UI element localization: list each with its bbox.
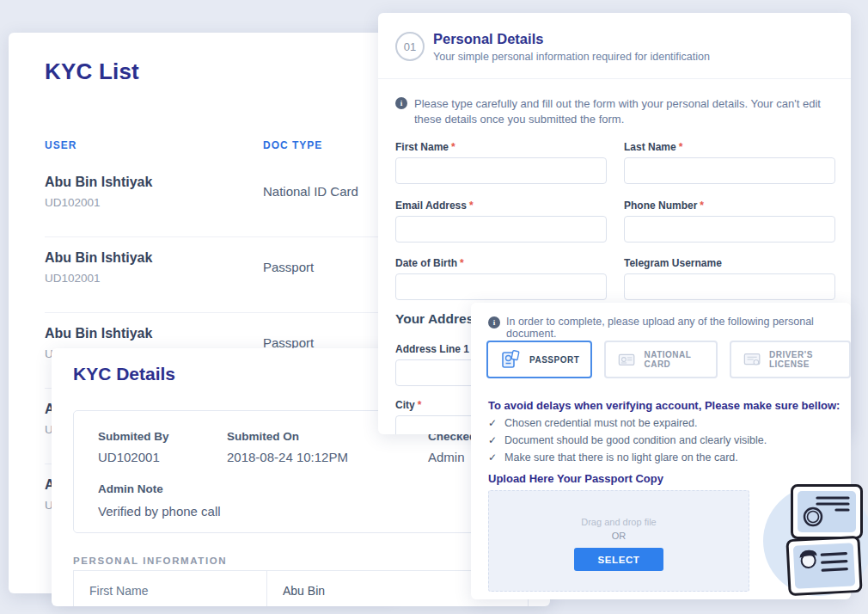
user-name: Abu Bin Ishtiyak — [45, 175, 152, 190]
doc-option-label: PASSPORT — [529, 355, 579, 365]
doc-type: National ID Card — [263, 184, 358, 199]
card-face — [793, 543, 856, 589]
doc-option-label: NATIONAL CARD — [644, 350, 704, 369]
id-card-graphic-bottom — [785, 536, 862, 596]
kyc-details-title: KYC Details — [73, 364, 175, 384]
field-label-address-line-1: Address Line 1* — [395, 343, 476, 355]
select-file-button[interactable]: SELECT — [574, 548, 663, 571]
field-label-dob: Date of Birth* — [395, 257, 464, 269]
national-card-icon — [617, 348, 636, 371]
date-of-birth-field[interactable] — [395, 273, 607, 300]
personal-information-heading: PERSONAL INFORMATION — [73, 556, 227, 566]
checklist-text: Make sure that there is no light glare o… — [504, 451, 738, 464]
drivers-license-icon — [743, 348, 761, 371]
summary-value: 2018-08-24 10:12PM — [227, 450, 348, 464]
check-icon: ✓ — [488, 434, 497, 446]
personal-information-table: First Name Abu Bin — [73, 570, 529, 606]
doc-option-drivers-license[interactable]: DRIVER'S LICENSE — [730, 341, 851, 378]
table-row: First Name Abu Bin — [74, 571, 528, 606]
column-header-doc-type: DOC TYPE — [263, 139, 322, 151]
doc-type: Passport — [263, 260, 314, 274]
file-dropzone[interactable]: Drag and drop file OR SELECT — [488, 490, 749, 592]
info-icon: i — [395, 97, 407, 109]
user-id: UD102001 — [45, 196, 101, 209]
kyc-admin-page: KYC List USER DOC TYPE Abu Bin Ishtiyak … — [0, 0, 868, 614]
upload-here-heading: Upload Here Your Passport Copy — [488, 472, 663, 485]
dropzone-hint: Drag and drop file — [489, 517, 749, 527]
phone-number-field[interactable] — [624, 216, 835, 243]
admin-note-value: Verified by phone call — [98, 504, 221, 519]
summary-label: Submited By — [98, 430, 169, 443]
note-text: Please type carefully and fill out the f… — [414, 96, 835, 127]
summary-submitted-by: Submited By UD102001 — [98, 430, 169, 464]
required-asterisk: * — [460, 257, 464, 269]
note-text: In order to complete, please upload any … — [506, 316, 836, 340]
card-face-icon — [793, 543, 856, 589]
info-label-cell: First Name — [74, 571, 267, 606]
address-section-heading: Your Address — [395, 311, 481, 327]
check-icon: ✓ — [488, 417, 497, 429]
header-divider — [378, 78, 851, 79]
required-asterisk: * — [469, 200, 474, 212]
kyc-list-title: KYC List — [45, 58, 139, 85]
checklist-item: ✓ Document should be good condition and … — [488, 434, 767, 446]
required-asterisk: * — [700, 200, 704, 212]
summary-label: Submited On — [227, 430, 348, 443]
id-card-graphic-top — [791, 484, 863, 539]
user-id: UD102001 — [45, 272, 101, 285]
summary-submitted-on: Submited On 2018-08-24 10:12PM — [227, 430, 348, 464]
dropzone-or: OR — [489, 531, 749, 541]
required-asterisk: * — [679, 141, 683, 153]
checklist-item: ✓ Make sure that there is no light glare… — [488, 451, 738, 464]
upload-instruction-note: i In order to complete, please upload an… — [488, 316, 836, 340]
field-label-telegram: Telegram Username — [624, 257, 722, 269]
required-asterisk: * — [451, 141, 455, 153]
step-number-badge: 01 — [395, 32, 425, 61]
document-type-options: PASSPORT NATIONAL CARD — [486, 341, 851, 378]
field-label-last-name: Last Name* — [624, 141, 682, 153]
field-label-first-name: First Name* — [395, 141, 455, 153]
user-name: Abu Bin Ishtiyak — [45, 326, 152, 341]
last-name-field[interactable] — [624, 157, 835, 184]
passport-icon — [499, 348, 522, 371]
field-label-phone: Phone Number* — [624, 200, 704, 212]
required-asterisk: * — [418, 399, 422, 411]
user-name: Abu Bin Ishtiyak — [45, 250, 152, 266]
doc-option-label: DRIVER'S LICENSE — [769, 350, 838, 369]
checklist-item: ✓ Chosen credential must not be expaired… — [488, 417, 698, 429]
checklist-text: Chosen credential must not be expaired. — [504, 417, 697, 429]
column-header-user: USER — [45, 139, 76, 151]
card-face — [798, 491, 856, 532]
checklist-text: Document should be good condition and cl… — [504, 434, 767, 446]
id-cards-illustration — [756, 477, 868, 611]
email-field[interactable] — [395, 216, 607, 243]
table-row[interactable]: Abu Bin Ishtiyak UD102001 National ID Ca… — [45, 162, 395, 237]
telegram-username-field[interactable] — [624, 273, 835, 300]
summary-value: UD102001 — [98, 450, 169, 464]
personal-details-title: Personal Details — [433, 31, 543, 47]
info-icon: i — [488, 316, 500, 328]
form-instruction-note: i Please type carefully and fill out the… — [395, 96, 835, 127]
table-row[interactable]: Abu Bin Ishtiyak UD102001 Passport — [45, 237, 395, 313]
first-name-field[interactable] — [395, 157, 607, 184]
doc-option-passport[interactable]: PASSPORT — [486, 341, 592, 378]
check-icon: ✓ — [488, 451, 497, 464]
doc-option-national-card[interactable]: NATIONAL CARD — [604, 341, 718, 378]
admin-note-label: Admin Note — [98, 482, 163, 495]
verification-warning-heading: To avoid delays when verifying account, … — [488, 399, 840, 412]
card-lines-icon — [798, 491, 856, 532]
personal-details-subtitle: Your simple personal information require… — [433, 51, 710, 63]
field-label-city: City* — [395, 399, 421, 411]
field-label-email: Email Address* — [395, 200, 474, 212]
